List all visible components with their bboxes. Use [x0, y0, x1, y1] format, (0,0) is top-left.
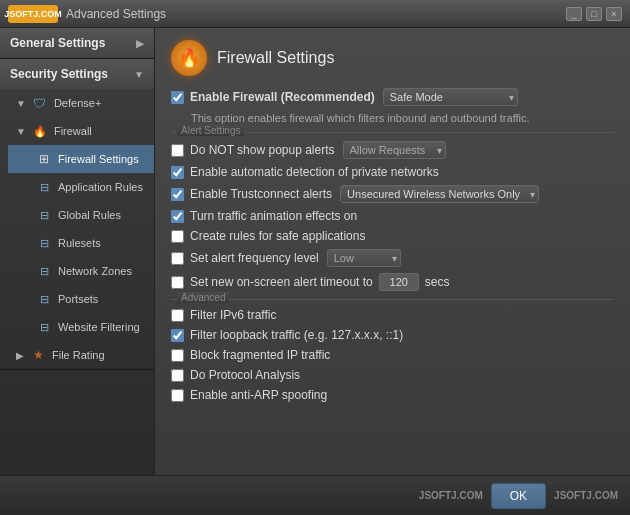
sidebar-item-file-rating[interactable]: ▶ ★ File Rating — [8, 341, 154, 369]
popup-alerts-row: Do NOT show popup alerts Allow Requests … — [171, 141, 614, 159]
filter-loopback-checkbox-label[interactable]: Filter loopback traffic (e.g. 127.x.x.x,… — [171, 328, 403, 342]
app-rules-icon: ⊟ — [36, 179, 52, 195]
filter-ipv6-row: Filter IPv6 traffic — [171, 308, 614, 322]
net-zones-icon: ⊟ — [36, 263, 52, 279]
rulesets-icon: ⊟ — [36, 235, 52, 251]
allow-requests-dropdown[interactable]: Allow Requests Block Requests — [343, 141, 446, 159]
firewall-label: Firewall — [54, 125, 92, 137]
wireless-networks-dropdown[interactable]: Unsecured Wireless Networks Only All Net… — [340, 185, 539, 203]
filter-loopback-checkbox[interactable] — [171, 329, 184, 342]
anti-arp-checkbox-label[interactable]: Enable anti-ARP spoofing — [171, 388, 327, 402]
enable-firewall-checkbox[interactable] — [171, 91, 184, 104]
enable-firewall-row: Enable Firewall (Recommended) Safe Mode … — [171, 88, 614, 106]
advanced-divider: Advanced — [171, 299, 614, 300]
fw-settings-icon: ⊞ — [36, 151, 52, 167]
traffic-animation-label: Turn traffic animation effects on — [190, 209, 357, 223]
alert-frequency-checkbox[interactable] — [171, 252, 184, 265]
alert-timeout-checkbox[interactable] — [171, 276, 184, 289]
defense-icon: 🛡 — [32, 95, 48, 111]
alert-frequency-row: Set alert frequency level Low Medium Hig… — [171, 249, 614, 267]
close-button[interactable]: × — [606, 7, 622, 21]
block-fragmented-checkbox[interactable] — [171, 349, 184, 362]
create-rules-checkbox-label[interactable]: Create rules for safe applications — [171, 229, 365, 243]
timeout-value-input[interactable] — [379, 273, 419, 291]
bottom-watermark-right: JSOFTJ.COM — [554, 490, 618, 501]
anti-arp-checkbox[interactable] — [171, 389, 184, 402]
alert-settings-label: Alert Settings — [177, 125, 244, 136]
chevron-right-icon: ▶ — [136, 38, 144, 49]
maximize-button[interactable]: □ — [586, 7, 602, 21]
sidebar-item-defense[interactable]: ▼ 🛡 Defense+ — [8, 89, 154, 117]
allow-requests-dropdown-wrapper: Allow Requests Block Requests — [343, 141, 446, 159]
safe-mode-dropdown-wrapper: Safe Mode Custom Ruleset Mode Training M… — [383, 88, 518, 106]
sidebar-item-app-rules[interactable]: ⊟ Application Rules — [8, 173, 154, 201]
filter-ipv6-checkbox-label[interactable]: Filter IPv6 traffic — [171, 308, 276, 322]
firewall-icon: 🔥 — [32, 123, 48, 139]
block-fragmented-label: Block fragmented IP traffic — [190, 348, 330, 362]
trustconnect-checkbox[interactable] — [171, 188, 184, 201]
app-rules-label: Application Rules — [58, 181, 143, 193]
page-title: Firewall Settings — [217, 49, 334, 67]
protocol-analysis-row: Do Protocol Analysis — [171, 368, 614, 382]
sidebar-item-security[interactable]: Security Settings ▼ — [0, 59, 154, 89]
protocol-analysis-checkbox[interactable] — [171, 369, 184, 382]
sidebar-item-web-filter[interactable]: ⊟ Website Filtering — [8, 313, 154, 341]
alert-frequency-label: Set alert frequency level — [190, 251, 319, 265]
sidebar-item-global-rules[interactable]: ⊟ Global Rules — [8, 201, 154, 229]
sidebar-item-fw-settings[interactable]: ⊞ Firewall Settings — [8, 145, 154, 173]
sidebar-item-general[interactable]: General Settings ▶ — [0, 28, 154, 58]
trustconnect-label: Enable Trustconnect alerts — [190, 187, 332, 201]
web-filter-icon: ⊟ — [36, 319, 52, 335]
block-fragmented-checkbox-label[interactable]: Block fragmented IP traffic — [171, 348, 330, 362]
popup-alerts-checkbox-label[interactable]: Do NOT show popup alerts — [171, 143, 335, 157]
general-settings-section: General Settings ▶ — [0, 28, 154, 59]
block-fragmented-row: Block fragmented IP traffic — [171, 348, 614, 362]
alert-frequency-checkbox-label[interactable]: Set alert frequency level — [171, 251, 319, 265]
trustconnect-checkbox-label[interactable]: Enable Trustconnect alerts — [171, 187, 332, 201]
sidebar-item-portsets[interactable]: ⊟ Portsets — [8, 285, 154, 313]
chevron-down-icon: ▼ — [134, 69, 144, 80]
sidebar-item-rulesets[interactable]: ⊟ Rulesets — [8, 229, 154, 257]
enable-firewall-label: Enable Firewall (Recommended) — [190, 90, 375, 104]
traffic-animation-checkbox[interactable] — [171, 210, 184, 223]
chevron-right-icon: ▶ — [16, 350, 24, 361]
global-rules-icon: ⊟ — [36, 207, 52, 223]
firewall-settings-icon: 🔥 — [171, 40, 207, 76]
sidebar-item-net-zones[interactable]: ⊟ Network Zones — [8, 257, 154, 285]
sidebar-item-firewall[interactable]: ▼ 🔥 Firewall — [8, 117, 154, 145]
portsets-label: Portsets — [58, 293, 98, 305]
security-subitems: ▼ 🛡 Defense+ ▼ 🔥 Firewall ⊞ Firewall Set… — [0, 89, 154, 369]
safe-mode-dropdown[interactable]: Safe Mode Custom Ruleset Mode Training M… — [383, 88, 518, 106]
window-title: Advanced Settings — [66, 7, 166, 21]
popup-alerts-checkbox[interactable] — [171, 144, 184, 157]
ok-button[interactable]: OK — [491, 483, 546, 509]
auto-detect-checkbox[interactable] — [171, 166, 184, 179]
security-settings-section: Security Settings ▼ ▼ 🛡 Defense+ ▼ 🔥 Fir… — [0, 59, 154, 370]
frequency-dropdown-wrapper: Low Medium High Very High — [327, 249, 401, 267]
sidebar: General Settings ▶ Security Settings ▼ ▼… — [0, 28, 155, 475]
auto-detect-label: Enable automatic detection of private ne… — [190, 165, 439, 179]
frequency-level-dropdown[interactable]: Low Medium High Very High — [327, 249, 401, 267]
filter-loopback-label: Filter loopback traffic (e.g. 127.x.x.x,… — [190, 328, 403, 342]
trustconnect-row: Enable Trustconnect alerts Unsecured Wir… — [171, 185, 614, 203]
protocol-analysis-checkbox-label[interactable]: Do Protocol Analysis — [171, 368, 300, 382]
protocol-analysis-label: Do Protocol Analysis — [190, 368, 300, 382]
create-rules-label: Create rules for safe applications — [190, 229, 365, 243]
minimize-button[interactable]: _ — [566, 7, 582, 21]
create-rules-row: Create rules for safe applications — [171, 229, 614, 243]
filter-ipv6-checkbox[interactable] — [171, 309, 184, 322]
popup-alerts-label: Do NOT show popup alerts — [190, 143, 335, 157]
advanced-label: Advanced — [177, 292, 229, 303]
net-zones-label: Network Zones — [58, 265, 132, 277]
enable-firewall-checkbox-label[interactable]: Enable Firewall (Recommended) — [171, 90, 375, 104]
create-rules-checkbox[interactable] — [171, 230, 184, 243]
wireless-dropdown-wrapper: Unsecured Wireless Networks Only All Net… — [340, 185, 539, 203]
anti-arp-label: Enable anti-ARP spoofing — [190, 388, 327, 402]
fw-settings-label: Firewall Settings — [58, 153, 139, 165]
chevron-down-icon: ▼ — [16, 126, 26, 137]
bottom-watermark: JSOFTJ.COM — [419, 490, 483, 501]
traffic-animation-checkbox-label[interactable]: Turn traffic animation effects on — [171, 209, 357, 223]
alert-timeout-label: Set new on-screen alert timeout to — [190, 275, 373, 289]
alert-timeout-checkbox-label[interactable]: Set new on-screen alert timeout to — [171, 275, 373, 289]
auto-detect-checkbox-label[interactable]: Enable automatic detection of private ne… — [171, 165, 439, 179]
